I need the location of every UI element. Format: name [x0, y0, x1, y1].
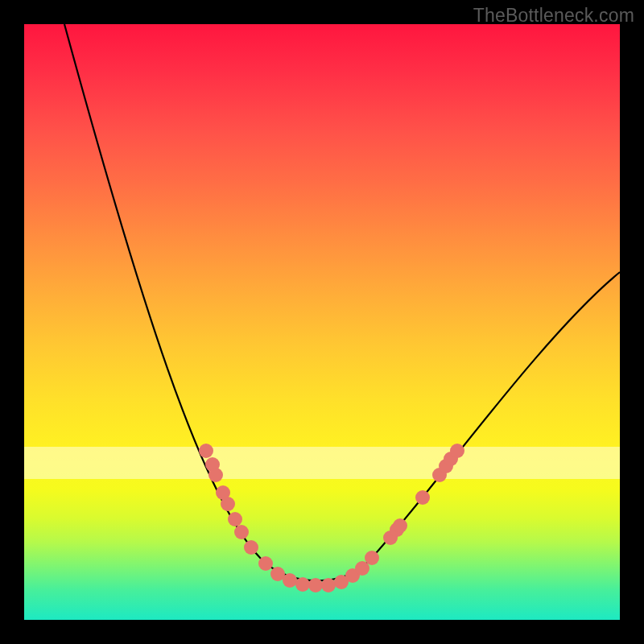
data-point — [244, 540, 258, 555]
data-point — [199, 444, 213, 458]
data-point — [365, 551, 379, 565]
plot-area — [24, 24, 620, 620]
data-point — [283, 573, 297, 588]
data-point — [321, 578, 336, 592]
watermark-text: TheBottleneck.com — [473, 5, 634, 27]
data-point — [208, 468, 223, 482]
data-point — [221, 497, 235, 511]
data-point — [234, 525, 249, 539]
data-point — [415, 490, 430, 505]
data-point — [258, 556, 273, 571]
data-point — [308, 578, 323, 592]
data-point — [450, 444, 464, 458]
data-point — [295, 577, 310, 592]
data-point — [393, 518, 407, 533]
chart-frame: TheBottleneck.com — [0, 0, 644, 644]
data-point — [228, 512, 242, 526]
marker-group — [199, 444, 464, 592]
curve-layer — [24, 24, 620, 620]
bottleneck-curve — [64, 24, 620, 580]
